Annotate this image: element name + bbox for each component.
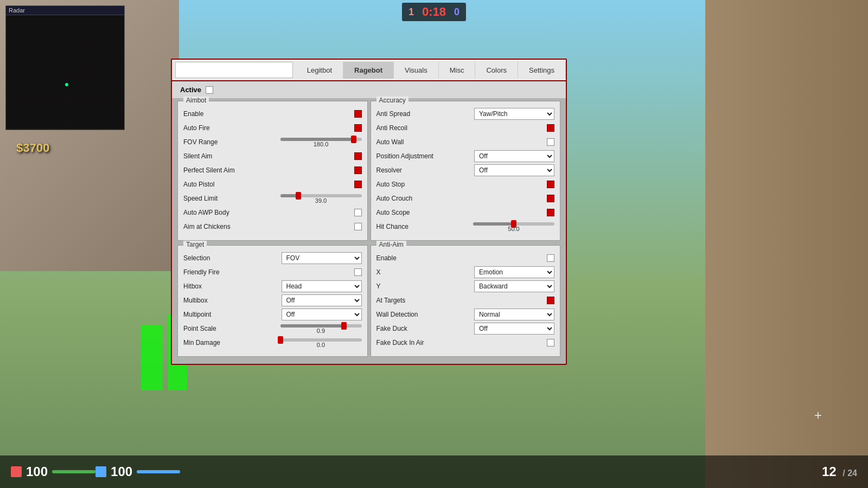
checkbox-at-targets[interactable] (547, 297, 554, 304)
hud-ammo: 12 / 24 (822, 464, 857, 479)
dropdown-multipoint[interactable]: Off (282, 309, 362, 320)
slider-speed-thumb[interactable] (296, 192, 301, 200)
setting-speed-limit: Speed Limit 39.0 (183, 192, 362, 204)
slider-fov-thumb[interactable] (351, 136, 356, 143)
setting-fov-range: FOV Range 180.0 (183, 136, 362, 148)
search-input[interactable] (175, 62, 293, 78)
label-fake-duck: Fake Duck (376, 325, 447, 332)
slider-md-track[interactable] (280, 338, 362, 342)
slider-speed: 39.0 (280, 193, 362, 204)
dropdown-resolver[interactable]: Off (474, 164, 554, 176)
label-silent-aim: Silent Aim (183, 152, 254, 160)
checkbox-enable[interactable] (354, 110, 362, 118)
armor-value: 100 (111, 464, 132, 479)
checkbox-silent-aim[interactable] (354, 152, 362, 160)
anti-aim-section: Anti-Aim Enable X Emotion Y Backward (371, 245, 561, 357)
label-hit-chance: Hit Chance (376, 223, 447, 230)
dropdown-multibox[interactable]: Off (282, 294, 362, 306)
tab-settings[interactable]: Settings (518, 62, 566, 79)
slider-min-damage: 0.0 (280, 337, 362, 348)
active-label: Active (180, 86, 201, 94)
checkbox-auto-pistol[interactable] (354, 181, 362, 188)
tab-visuals[interactable]: Visuals (394, 62, 439, 79)
tab-bar: Legitbot Ragebot Visuals Misc Colors Set… (172, 60, 566, 81)
slider-point-scale: 0.9 (280, 323, 362, 334)
label-aim-at-chickens: Aim at Chickens (183, 223, 254, 230)
checkbox-auto-scope[interactable] (547, 209, 554, 216)
slider-fov: 180.0 (280, 137, 362, 147)
armor-bar (137, 470, 180, 473)
setting-auto-crouch: Auto Crouch (376, 192, 555, 204)
checkbox-fake-duck-in-air[interactable] (547, 339, 554, 346)
slider-hit-chance: 50.0 (473, 221, 554, 232)
setting-anti-spread: Anti Spread Yaw/Pitch (376, 108, 555, 120)
dropdown-hitbox[interactable]: Head (282, 280, 362, 292)
setting-hitbox: Hitbox Head (183, 280, 362, 292)
label-aa-x: X (376, 268, 447, 276)
dropdown-position-adjustment[interactable]: Off (474, 150, 554, 162)
aimbot-title: Aimbot (183, 97, 209, 104)
label-auto-scope: Auto Scope (376, 209, 447, 216)
label-auto-fire: Auto Fire (183, 124, 254, 132)
checkbox-auto-awp-body[interactable] (354, 209, 362, 216)
checkbox-auto-fire[interactable] (354, 124, 362, 132)
dropdown-fake-duck[interactable]: Off (474, 323, 554, 335)
checkbox-anti-recoil[interactable] (547, 124, 554, 132)
radar-content (6, 15, 124, 128)
slider-fov-fill (280, 138, 354, 141)
setting-aim-at-chickens: Aim at Chickens (183, 221, 362, 233)
slider-ps-fill (280, 324, 344, 328)
tab-misc[interactable]: Misc (439, 62, 476, 79)
slider-ps-track[interactable] (280, 324, 362, 328)
label-wall-detection: Wall Detection (376, 311, 447, 318)
label-auto-wall: Auto Wall (376, 138, 447, 146)
dropdown-wall-detection[interactable]: Normal (474, 309, 554, 320)
checkbox-auto-crouch[interactable] (547, 195, 554, 202)
label-perfect-silent-aim: Perfect Silent Aim (183, 166, 254, 174)
checkbox-aim-at-chickens[interactable] (354, 223, 362, 230)
slider-fov-track[interactable] (280, 138, 362, 141)
checkbox-auto-wall[interactable] (547, 138, 554, 146)
slider-ps-thumb[interactable] (341, 322, 347, 330)
slider-hc-thumb[interactable] (511, 220, 516, 228)
active-checkbox[interactable] (206, 86, 213, 94)
setting-fake-duck-in-air: Fake Duck In Air (376, 337, 555, 349)
hud-armor: 100 (95, 464, 180, 479)
checkbox-auto-stop[interactable] (547, 181, 554, 188)
health-bar (52, 470, 95, 473)
setting-multibox: Multibox Off (183, 294, 362, 306)
setting-selection: Selection FOV (183, 252, 362, 264)
health-icon (11, 466, 22, 477)
checkbox-friendly-fire[interactable] (354, 268, 362, 276)
tab-ragebot[interactable]: Ragebot (343, 62, 394, 79)
dropdown-aa-x[interactable]: Emotion (474, 266, 554, 278)
accuracy-section: Accuracy Anti Spread Yaw/Pitch Anti Reco… (371, 101, 561, 241)
checkbox-perfect-silent-aim[interactable] (354, 166, 362, 174)
setting-point-scale: Point Scale 0.9 (183, 323, 362, 335)
label-friendly-fire: Friendly Fire (183, 268, 254, 276)
tab-colors[interactable]: Colors (475, 62, 518, 79)
slider-ps-value: 0.9 (280, 328, 362, 334)
left-column: Aimbot Enable Auto Fire FOV Range (177, 101, 368, 361)
anti-aim-title: Anti-Aim (376, 241, 406, 248)
slider-speed-track[interactable] (280, 194, 362, 197)
dropdown-aa-y[interactable]: Backward (474, 280, 554, 292)
tab-legitbot[interactable]: Legitbot (296, 62, 343, 79)
score-timer: 0:18 (422, 5, 446, 19)
score-ct: 0 (454, 7, 459, 18)
dropdown-selection[interactable]: FOV (282, 252, 362, 264)
dropdown-anti-spread[interactable]: Yaw/Pitch (474, 108, 554, 120)
setting-position-adjustment: Position Adjustment Off (376, 150, 555, 162)
slider-md-thumb[interactable] (278, 336, 283, 344)
label-anti-recoil: Anti Recoil (376, 124, 447, 132)
label-position-adjustment: Position Adjustment (376, 152, 447, 160)
player-silhouette (141, 325, 163, 390)
setting-enable: Enable (183, 108, 362, 120)
setting-auto-pistol: Auto Pistol (183, 178, 362, 190)
ammo-total: / 24 (843, 468, 857, 478)
slider-hc-track[interactable] (473, 222, 554, 226)
checkbox-aa-enable[interactable] (547, 254, 554, 262)
label-multipoint: Multipoint (183, 311, 254, 318)
slider-md-value: 0.0 (280, 342, 362, 348)
setting-wall-detection: Wall Detection Normal (376, 309, 555, 320)
